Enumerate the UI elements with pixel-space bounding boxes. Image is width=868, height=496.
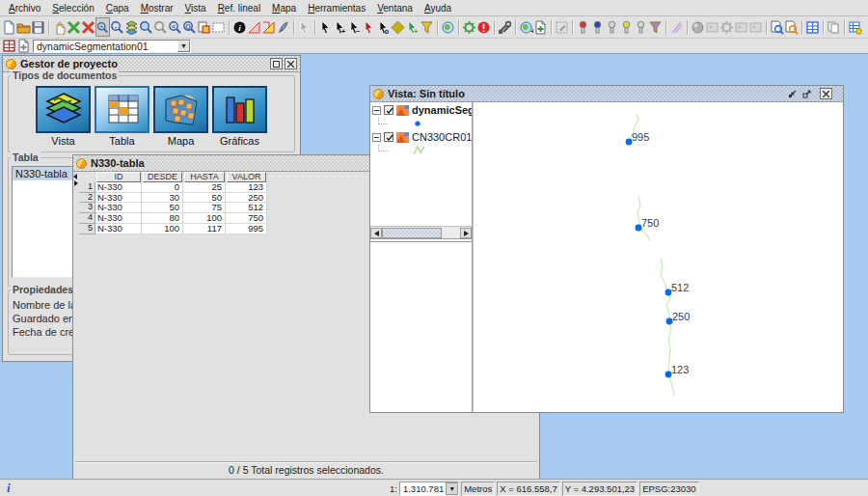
frame-tool-icon[interactable] xyxy=(211,17,226,37)
table-cell[interactable]: 30 xyxy=(142,193,183,204)
toc-layer-dynamicsegm[interactable]: dynamicSegm xyxy=(372,104,472,116)
table-row[interactable]: 2N-3303050250 xyxy=(79,193,267,204)
select-rotate-icon[interactable]: ~ xyxy=(347,17,362,37)
zoom-in-icon[interactable]: + xyxy=(95,17,110,37)
menu-herramientas[interactable]: Herramientas xyxy=(302,2,371,14)
menu-selecci-n[interactable]: Selección xyxy=(46,2,99,14)
zoom-region-icon[interactable] xyxy=(197,17,211,37)
toc-hscrollbar[interactable] xyxy=(370,226,472,239)
vista-titlebar[interactable]: Vista: Sin título xyxy=(370,86,843,102)
segmentation-combo[interactable]: dynamicSegmentation01 ▼ xyxy=(33,40,191,53)
vista-restore-button[interactable] xyxy=(787,88,798,99)
table-cell[interactable]: 0 xyxy=(142,182,183,193)
column-header-valor[interactable]: VALOR xyxy=(226,172,267,182)
globe-add-icon[interactable]: + xyxy=(519,17,533,37)
gestor-close-button[interactable] xyxy=(285,58,297,69)
menu-ref-lineal[interactable]: Ref. lineal xyxy=(212,2,266,14)
segment-table-icon[interactable] xyxy=(2,40,16,53)
table-cell[interactable]: 80 xyxy=(142,213,183,224)
menu-mapa[interactable]: Mapa xyxy=(266,2,302,14)
open-project-icon[interactable] xyxy=(16,17,31,37)
save-project-icon[interactable] xyxy=(31,17,45,37)
zoom-extent-red-icon[interactable] xyxy=(81,17,95,37)
table-cell[interactable]: 512 xyxy=(226,203,267,213)
add-layer-icon[interactable] xyxy=(533,17,548,37)
doc-type-vista-button[interactable] xyxy=(36,86,91,133)
gestor-maximize-button[interactable] xyxy=(270,58,283,69)
menu-vista[interactable]: Vista xyxy=(179,2,212,14)
measure-distance-icon[interactable] xyxy=(247,17,261,37)
segment-edit-icon[interactable] xyxy=(16,40,31,53)
table-row[interactable]: 5N-330100117995 xyxy=(79,224,267,234)
export-doc-icon[interactable] xyxy=(770,17,784,37)
zoom-extent-green-icon[interactable] xyxy=(67,17,81,37)
pin-blue-icon[interactable] xyxy=(590,17,605,37)
doc-type-tabla-button[interactable] xyxy=(95,86,149,133)
copy-doc-icon[interactable] xyxy=(827,17,841,37)
grid-blue-icon[interactable] xyxy=(805,17,820,37)
select-red-icon[interactable] xyxy=(362,17,376,37)
select-point-icon[interactable] xyxy=(318,17,333,37)
table-cell[interactable]: 50 xyxy=(142,203,183,213)
layer-checkbox[interactable] xyxy=(384,132,393,142)
globe-tool-icon[interactable] xyxy=(441,17,455,37)
info-tool-icon[interactable]: i xyxy=(232,17,247,37)
select-add-icon[interactable]: + xyxy=(333,17,347,37)
column-header-desde[interactable]: DESDE xyxy=(142,172,183,182)
locator-zoom-icon[interactable] xyxy=(784,17,799,37)
select-circle-icon[interactable]: o xyxy=(376,17,391,37)
pan-icon[interactable] xyxy=(52,17,67,37)
gear-green-icon[interactable] xyxy=(462,17,476,37)
doc-type-graficas-button[interactable] xyxy=(212,86,267,133)
pin-red-icon[interactable] xyxy=(576,17,590,37)
menu-ayuda[interactable]: Ayuda xyxy=(419,2,457,14)
toc-scroll-left[interactable] xyxy=(370,228,382,238)
scale-combo[interactable]: 1.310.781 ▼ xyxy=(399,482,459,496)
table-cell[interactable]: N-330 xyxy=(95,213,142,224)
tools-icon[interactable] xyxy=(498,17,512,37)
toc-scroll-thumb[interactable] xyxy=(382,228,442,238)
menu-mostrar[interactable]: Mostrar xyxy=(135,2,179,14)
vista-maximize-button[interactable] xyxy=(801,88,812,99)
table-cell[interactable]: 250 xyxy=(226,193,267,204)
table-row[interactable]: 1N-330025123 xyxy=(79,182,267,193)
edit-vertex-icon[interactable] xyxy=(555,17,569,37)
table-cell[interactable]: N-330 xyxy=(95,224,142,234)
data-table[interactable]: IDDESDEHASTAVALOR1N-3300251232N-33030502… xyxy=(79,172,267,234)
new-document-icon[interactable] xyxy=(2,17,16,37)
pin-yellow-icon[interactable] xyxy=(619,17,634,37)
table-cell[interactable]: N-330 xyxy=(95,203,142,213)
tree-expander-icon[interactable] xyxy=(372,106,381,115)
menu-capa[interactable]: Capa xyxy=(100,2,135,14)
clear-filter-icon[interactable] xyxy=(648,17,663,37)
map-canvas[interactable]: 995750512250123 xyxy=(473,102,843,412)
zoom-scale-icon[interactable]: Q xyxy=(182,17,197,37)
column-header-id[interactable]: ID xyxy=(95,172,142,182)
table-cell[interactable]: 123 xyxy=(226,182,267,193)
table-cell[interactable]: 995 xyxy=(226,224,267,234)
pin-gray-1-icon[interactable] xyxy=(605,17,619,37)
select-disabled-icon[interactable] xyxy=(297,17,312,37)
zoom-out-icon[interactable]: - xyxy=(110,17,124,37)
table-row[interactable]: 4N-33080100750 xyxy=(79,213,267,224)
table-cell[interactable]: 50 xyxy=(183,193,226,204)
vista-close-button[interactable] xyxy=(820,88,832,99)
select-diamond-icon[interactable] xyxy=(391,17,405,37)
table-add-icon[interactable] xyxy=(848,17,862,37)
gear-gray-icon[interactable] xyxy=(719,17,734,37)
table-cell[interactable]: 100 xyxy=(183,213,226,224)
table-row[interactable]: 3N-3305075512 xyxy=(79,203,267,213)
zoom-gray-icon[interactable] xyxy=(153,17,168,37)
hyperlink-icon[interactable] xyxy=(276,17,290,37)
filter-icon[interactable] xyxy=(420,17,434,37)
menu-ventana[interactable]: Ventana xyxy=(371,2,419,14)
table-cell[interactable]: 117 xyxy=(183,224,226,234)
table-cell[interactable]: 75 xyxy=(183,203,226,213)
table-cell[interactable]: N-330 xyxy=(95,182,142,193)
column-header-hasta[interactable]: HASTA xyxy=(183,172,226,182)
doc-type-mapa-button[interactable] xyxy=(153,86,208,133)
table-cell[interactable]: 25 xyxy=(183,182,226,193)
image-gray-1-icon[interactable] xyxy=(734,17,748,37)
measure-area-icon[interactable] xyxy=(261,17,276,37)
zoom-selection-icon[interactable] xyxy=(139,17,153,37)
